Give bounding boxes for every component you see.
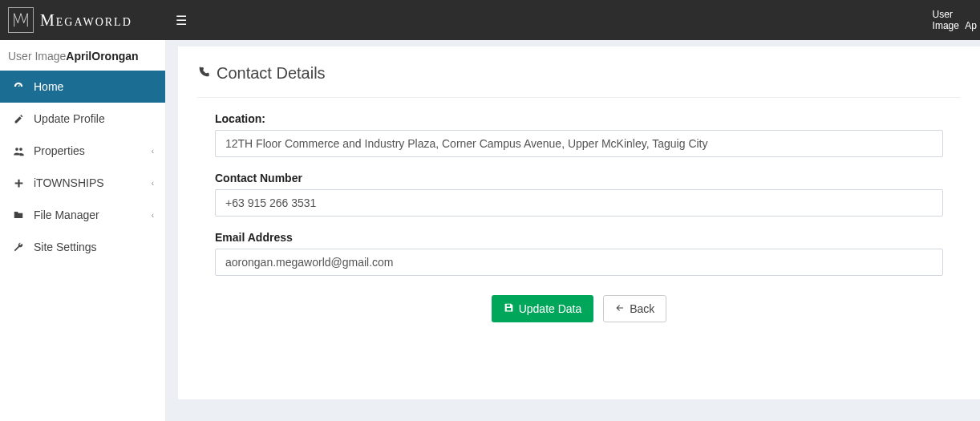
chevron-left-icon: ‹ xyxy=(152,147,154,156)
update-data-label: Update Data xyxy=(519,302,582,315)
phone-icon xyxy=(197,64,210,83)
menu-toggle-icon[interactable]: ☰ xyxy=(176,13,187,28)
form-group-location: Location: xyxy=(215,112,943,157)
chevron-left-icon: ‹ xyxy=(152,179,154,188)
sidebar-item-label: Update Profile xyxy=(34,112,154,125)
back-button[interactable]: Back xyxy=(603,295,666,322)
dashboard-icon xyxy=(11,81,26,92)
sidebar-user-image-label: User Image xyxy=(8,50,66,63)
topbar-user-block[interactable]: User Image Ap xyxy=(933,9,980,31)
sidebar-item-update-profile[interactable]: Update Profile xyxy=(0,103,165,135)
plus-icon xyxy=(11,178,26,188)
sidebar-item-itownships[interactable]: iTOWNSHIPS‹ xyxy=(0,167,165,199)
chevron-left-icon: ‹ xyxy=(152,211,154,220)
folder-icon xyxy=(11,209,26,221)
form-group-email: Email Address xyxy=(215,231,943,276)
phone-label: Contact Number xyxy=(215,172,943,184)
form-group-phone: Contact Number xyxy=(215,172,943,217)
sidebar: User ImageAprilOrongan HomeUpdate Profil… xyxy=(0,40,166,421)
sidebar-item-label: Site Settings xyxy=(34,241,154,253)
panel-title: Contact Details xyxy=(197,64,961,98)
sidebar-user-panel: User ImageAprilOrongan xyxy=(0,40,165,71)
topbar-user-short: Ap xyxy=(965,20,977,31)
topbar-user-image-label: User Image xyxy=(933,9,959,31)
phone-input[interactable] xyxy=(215,189,943,217)
sidebar-item-site-settings[interactable]: Site Settings xyxy=(0,231,165,263)
sidebar-item-label: Home xyxy=(34,80,154,93)
brand[interactable]: Megaworld xyxy=(0,0,166,40)
location-label: Location: xyxy=(215,112,943,125)
sidebar-menu: HomeUpdate ProfileProperties‹iTOWNSHIPS‹… xyxy=(0,71,165,263)
sidebar-item-home[interactable]: Home xyxy=(0,71,165,103)
sidebar-item-properties[interactable]: Properties‹ xyxy=(0,135,165,167)
email-label: Email Address xyxy=(215,231,943,244)
sidebar-item-label: File Manager xyxy=(34,208,152,221)
save-icon xyxy=(504,302,514,315)
pencil-icon xyxy=(11,114,26,124)
location-input[interactable] xyxy=(215,130,943,157)
email-input[interactable] xyxy=(215,249,943,276)
wrench-icon xyxy=(11,241,26,253)
sidebar-item-label: iTOWNSHIPS xyxy=(34,176,152,189)
update-data-button[interactable]: Update Data xyxy=(492,295,594,322)
sidebar-item-file-manager[interactable]: File Manager‹ xyxy=(0,199,165,231)
arrow-left-icon xyxy=(615,302,625,315)
form-actions: Update Data Back xyxy=(215,290,943,322)
sidebar-user-name: AprilOrongan xyxy=(66,50,138,63)
people-icon xyxy=(11,145,26,157)
panel-title-text: Contact Details xyxy=(217,64,326,83)
contact-form: Location: Contact Number Email Address U… xyxy=(197,98,961,322)
brand-name: Megaworld xyxy=(40,11,132,30)
content-panel: Contact Details Location: Contact Number… xyxy=(178,47,980,399)
back-label: Back xyxy=(630,302,654,315)
topbar: Megaworld ☰ User Image Ap xyxy=(0,0,980,40)
sidebar-item-label: Properties xyxy=(34,144,152,157)
brand-logo-icon xyxy=(8,7,34,33)
